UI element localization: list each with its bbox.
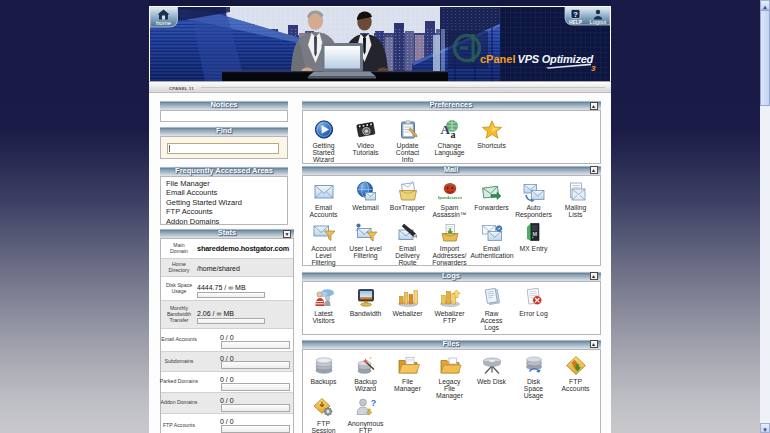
svg-text:VPS Optimized: VPS Optimized <box>518 53 594 65</box>
svg-text:HELP: HELP <box>569 20 583 25</box>
svg-text:?: ? <box>573 10 578 19</box>
svg-text:3: 3 <box>591 64 596 73</box>
svg-text:Logout: Logout <box>590 19 607 25</box>
svg-text:home: home <box>156 20 172 26</box>
svg-text:cPanel: cPanel <box>480 53 515 65</box>
